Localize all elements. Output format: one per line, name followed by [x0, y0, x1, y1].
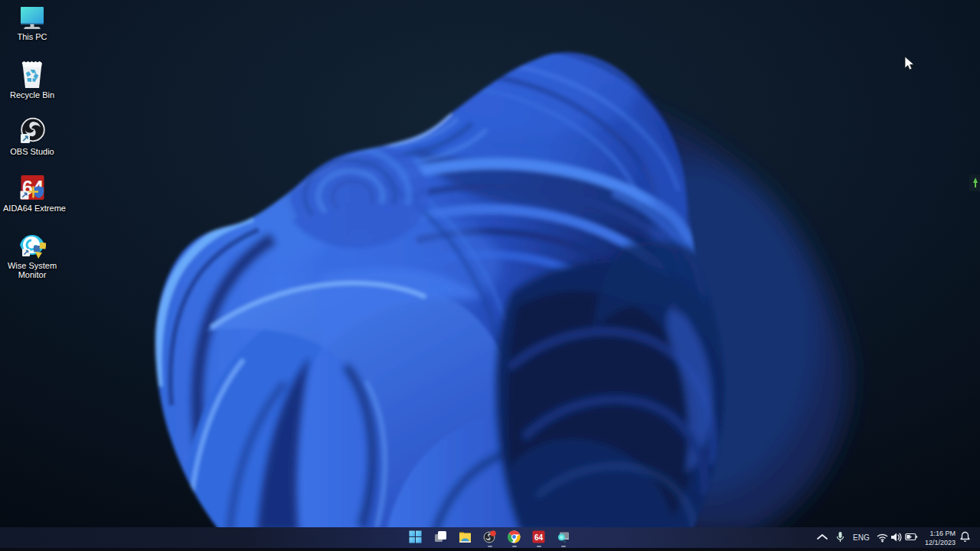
- svg-text:64: 64: [534, 533, 544, 542]
